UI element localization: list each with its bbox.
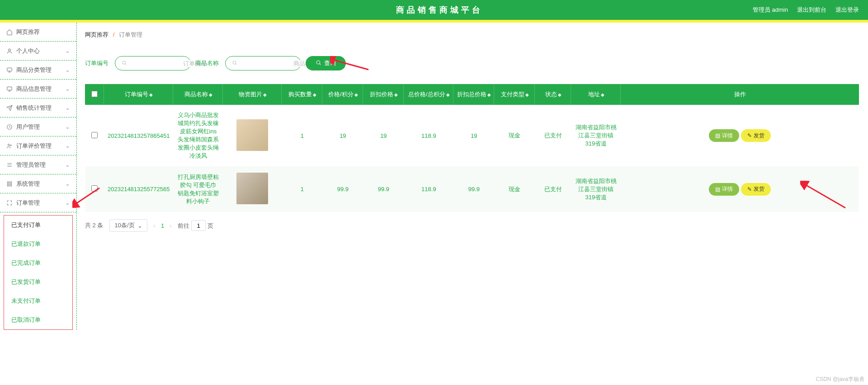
sidebar-item-users[interactable]: 用户管理 ⌄ <box>0 117 76 136</box>
cell-image <box>223 166 282 212</box>
panel: 订单编号 商品名称 查询 <box>85 45 868 244</box>
cell-address: 湖南省益阳市桃江县三堂街镇319省道 <box>571 105 621 166</box>
th-check <box>85 84 104 105</box>
chevron-down-icon: ⌄ <box>65 66 70 73</box>
breadcrumb: 网页推荐 / 订单管理 <box>85 23 868 45</box>
sidebar-item-orders[interactable]: 订单管理 ⌄ <box>0 193 76 212</box>
detail-button[interactable]: ▤详情 <box>709 129 739 142</box>
th-discount[interactable]: 折扣价格◆ <box>363 84 404 105</box>
sidebar-item-label: 订单管理 <box>16 199 40 207</box>
chevron-down-icon: ⌄ <box>137 222 142 229</box>
select-all-checkbox[interactable] <box>91 91 98 97</box>
product-name-input-wrap[interactable] <box>225 56 301 70</box>
monitor-icon <box>6 67 13 73</box>
submenu-paid[interactable]: 已支付订单 <box>4 216 72 235</box>
sidebar-item-profile[interactable]: 个人中心 ⌄ <box>0 42 76 61</box>
product-thumbnail[interactable] <box>236 119 268 151</box>
th-address[interactable]: 地址◆ <box>571 84 621 105</box>
svg-point-0 <box>9 49 11 51</box>
submenu-cancelled[interactable]: 已取消订单 <box>4 310 72 329</box>
sidebar-item-home[interactable]: 网页推荐 <box>0 23 76 42</box>
th-status[interactable]: 状态◆ <box>535 84 571 105</box>
ship-button[interactable]: ✎发货 <box>741 129 771 142</box>
ship-button[interactable]: ✎发货 <box>741 183 771 196</box>
submenu-shipped[interactable]: 已发货订单 <box>4 272 72 291</box>
cell-total: 118.9 <box>404 166 453 212</box>
sidebar-item-product[interactable]: 商品信息管理 ⌄ <box>0 80 76 99</box>
back-front-link[interactable]: 退出到前台 <box>797 6 826 14</box>
sort-icon: ◆ <box>525 92 528 97</box>
th-total[interactable]: 总价格/总积分◆ <box>404 84 453 105</box>
cog-icon <box>6 181 13 187</box>
row-checkbox[interactable] <box>91 132 98 138</box>
query-button[interactable]: 查询 <box>306 56 346 70</box>
sort-icon: ◆ <box>263 92 266 97</box>
sort-icon: ◆ <box>149 92 152 97</box>
pager-goto: 前往 页 <box>178 220 213 231</box>
sidebar-item-sales[interactable]: 销售统计管理 ⌄ <box>0 99 76 117</box>
th-order-no[interactable]: 订单编号◆ <box>104 84 173 105</box>
submenu-refunded[interactable]: 已退款订单 <box>4 235 72 254</box>
svg-point-10 <box>123 61 126 64</box>
orders-submenu: 已支付订单 已退款订单 已完成订单 已发货订单 未支付订单 已取消订单 <box>4 215 73 330</box>
pager-page[interactable]: 1 <box>161 222 164 229</box>
sidebar-item-admin[interactable]: 管理员管理 ⌄ <box>0 155 76 174</box>
breadcrumb-sep: / <box>110 31 118 38</box>
edit-icon: ✎ <box>747 132 752 139</box>
cell-order-no: 2023214813257865451 <box>104 105 173 166</box>
cell-image <box>223 105 282 166</box>
row-checkbox[interactable] <box>91 185 98 192</box>
th-pay-type[interactable]: 支付类型◆ <box>494 84 535 105</box>
chevron-down-icon: ⌄ <box>65 104 70 111</box>
sort-icon: ◆ <box>446 92 449 97</box>
sidebar-item-reviews[interactable]: 订单评价管理 ⌄ <box>0 136 76 155</box>
cell-discount-total: 19 <box>453 105 494 166</box>
svg-point-11 <box>233 61 236 64</box>
th-image[interactable]: 物资图片◆ <box>223 84 282 105</box>
chevron-down-icon: ⌄ <box>65 142 70 149</box>
th-discount-total[interactable]: 折扣总价格◆ <box>453 84 494 105</box>
sort-icon: ◆ <box>601 92 604 97</box>
submenu-completed[interactable]: 已完成订单 <box>4 254 72 272</box>
cell-pay-type: 现金 <box>494 166 535 212</box>
product-name-label: 商品名称 <box>195 59 219 67</box>
page-size-select[interactable]: 10条/页 ⌄ <box>109 219 147 232</box>
submenu-unpaid[interactable]: 未支付订单 <box>4 291 72 310</box>
edit-icon: ✎ <box>747 186 752 192</box>
svg-rect-1 <box>7 68 12 71</box>
sort-icon: ◆ <box>313 92 316 97</box>
th-price[interactable]: 价格/积分◆ <box>322 84 363 105</box>
product-thumbnail[interactable] <box>236 173 268 204</box>
th-qty[interactable]: 购买数量◆ <box>282 84 322 105</box>
order-no-input-wrap[interactable] <box>115 56 191 70</box>
sidebar-item-label: 系统管理 <box>16 180 40 188</box>
svg-rect-7 <box>10 182 12 183</box>
th-name[interactable]: 商品名称◆ <box>173 84 223 105</box>
home-icon <box>6 29 13 35</box>
list-icon: ▤ <box>715 132 720 139</box>
detail-button[interactable]: ▤详情 <box>709 183 739 196</box>
breadcrumb-root[interactable]: 网页推荐 <box>85 31 108 38</box>
sidebar-item-label: 管理员管理 <box>16 161 46 169</box>
search-icon <box>232 60 237 67</box>
search-icon <box>316 60 321 67</box>
pager-total: 共 2 条 <box>85 221 103 230</box>
pager-prev[interactable]: ‹ <box>154 222 156 229</box>
topbar-right: 管理员 admin 退出到前台 退出登录 <box>753 6 859 14</box>
pager-goto-input[interactable] <box>191 220 206 231</box>
sort-icon: ◆ <box>487 92 490 97</box>
table-head: 订单编号◆ 商品名称◆ 物资图片◆ 购买数量◆ 价格/积分◆ 折扣价格◆ 总价格… <box>85 84 859 105</box>
cell-discount: 99.9 <box>363 166 404 212</box>
app-title: 商品销售商城平台 <box>127 5 753 15</box>
pager-next[interactable]: › <box>170 222 171 229</box>
svg-rect-2 <box>7 87 12 90</box>
cell-actions: ▤详情 ✎发货 <box>621 166 859 212</box>
chevron-down-icon: ⌄ <box>65 180 70 187</box>
sidebar-item-category[interactable]: 商品分类管理 ⌄ <box>0 61 76 80</box>
svg-rect-8 <box>7 184 9 186</box>
cell-qty: 1 <box>282 105 322 166</box>
user-label[interactable]: 管理员 admin <box>753 6 788 14</box>
logout-link[interactable]: 退出登录 <box>835 6 859 14</box>
orders-table: 订单编号◆ 商品名称◆ 物资图片◆ 购买数量◆ 价格/积分◆ 折扣价格◆ 总价格… <box>85 84 859 212</box>
sidebar-item-system[interactable]: 系统管理 ⌄ <box>0 174 76 193</box>
